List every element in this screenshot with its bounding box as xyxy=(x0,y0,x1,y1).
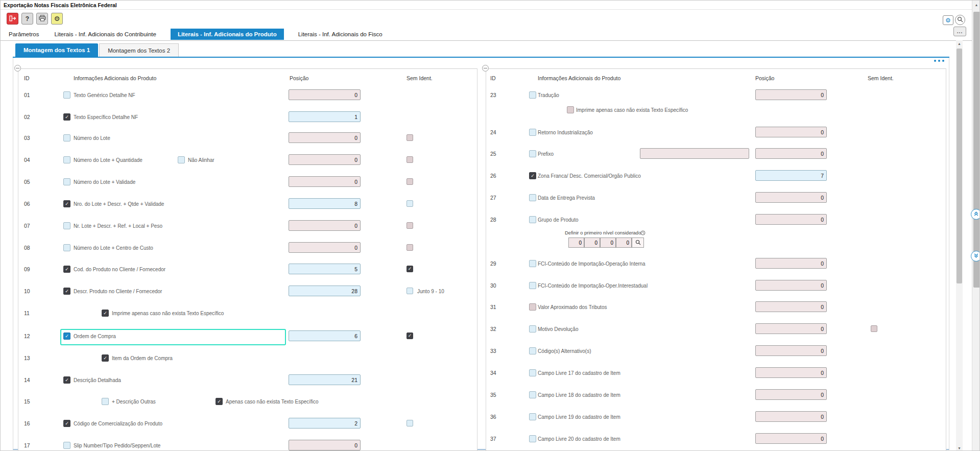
column-header-info: Informações Adicionais do Produto xyxy=(74,75,156,81)
inner-scrollbar[interactable]: ▲ ▼ xyxy=(956,40,963,451)
row-id: 14 xyxy=(24,377,30,383)
scroll-up-arrow[interactable]: ▲ xyxy=(972,3,980,7)
panel-drag-dots[interactable] xyxy=(934,60,944,62)
row-checkbox[interactable]: ✓ xyxy=(529,172,536,179)
subtab-montagem-textos-2[interactable]: Montagem dos Textos 2 xyxy=(99,43,179,57)
position-input[interactable] xyxy=(289,418,361,429)
row-checkbox[interactable] xyxy=(529,435,536,442)
row-checkbox[interactable] xyxy=(529,91,536,99)
row-label: Prefixo xyxy=(538,151,554,157)
scroll-to-bottom-button[interactable] xyxy=(971,251,980,262)
position-input xyxy=(755,192,827,203)
sem-ident-checkbox[interactable] xyxy=(407,420,413,426)
row-checkbox[interactable] xyxy=(529,325,536,333)
double-chevron-up-icon xyxy=(973,210,979,219)
position-input[interactable] xyxy=(289,111,361,122)
row-checkbox[interactable]: ✓ xyxy=(63,376,70,384)
row-checkbox[interactable] xyxy=(529,413,536,420)
inner-scrollbar-thumb[interactable] xyxy=(957,49,962,283)
exit-button[interactable] xyxy=(7,13,18,25)
position-input[interactable] xyxy=(289,264,361,274)
row-checkbox[interactable]: ✓ xyxy=(63,420,70,427)
definir-level-input-4[interactable] xyxy=(616,238,632,248)
row-id: 11 xyxy=(24,310,30,316)
sem-ident-label: Junto 9 - 10 xyxy=(417,288,444,295)
position-input xyxy=(755,345,827,356)
row-checkbox[interactable]: ✓ xyxy=(63,266,70,273)
help-button[interactable]: ? xyxy=(21,13,33,25)
row-checkbox[interactable] xyxy=(529,282,536,289)
row-checkbox[interactable]: ✓ xyxy=(63,113,70,121)
row-checkbox[interactable] xyxy=(63,244,70,251)
row-checkbox[interactable] xyxy=(529,150,536,157)
row-checkbox[interactable] xyxy=(63,178,70,185)
row-checkbox[interactable] xyxy=(63,134,70,141)
position-input[interactable] xyxy=(289,286,361,296)
position-input[interactable] xyxy=(289,374,361,385)
row-checkbox[interactable] xyxy=(529,391,536,398)
row-checkbox[interactable] xyxy=(63,222,70,229)
scroll-down-arrow[interactable]: ▼ xyxy=(956,446,963,450)
sem-ident-checkbox xyxy=(407,222,413,229)
row-checkbox[interactable] xyxy=(529,369,536,376)
definir-search-button[interactable] xyxy=(632,238,644,248)
position-input xyxy=(755,127,827,137)
row-checkbox[interactable] xyxy=(102,398,109,405)
sem-ident-checkbox[interactable]: ✓ xyxy=(407,333,413,339)
window-title: Exportação Notas Fiscais Eletrônica Fede… xyxy=(4,2,117,8)
position-input xyxy=(289,220,361,231)
row-checkbox[interactable]: ✓ xyxy=(63,200,70,207)
definir-level-input-2[interactable] xyxy=(584,238,600,248)
column-header-position: Posição xyxy=(755,75,774,81)
tab-literais-contribuinte[interactable]: Literais - Inf. Adicionais do Contribuin… xyxy=(53,29,157,40)
row-checkbox[interactable] xyxy=(529,347,536,354)
sem-ident-checkbox[interactable] xyxy=(407,200,413,207)
row-checkbox[interactable] xyxy=(529,194,536,201)
scroll-up-arrow[interactable]: ▲ xyxy=(956,42,963,45)
row-label: Campo Livre 17 do cadastro de Item xyxy=(538,370,620,376)
left-fieldset-collapse-toggle[interactable] xyxy=(14,65,21,72)
right-fieldset-collapse-toggle[interactable] xyxy=(482,65,489,72)
row-checkbox[interactable] xyxy=(529,216,536,223)
subtab-montagem-textos-1[interactable]: Montagem dos Textos 1 xyxy=(15,43,98,57)
row-checkbox[interactable] xyxy=(63,442,70,449)
row-checkbox[interactable] xyxy=(529,260,536,267)
row-extra-checkbox[interactable]: ✓ xyxy=(216,398,223,405)
position-input[interactable] xyxy=(289,198,361,209)
scroll-to-top-button[interactable] xyxy=(971,209,980,220)
search-button[interactable] xyxy=(955,15,965,25)
outer-scrollbar-thumb[interactable] xyxy=(973,12,980,288)
tab-literais-fisco[interactable]: Literais - Inf. Adicionais do Fisco xyxy=(297,29,384,40)
row-checkbox[interactable]: ✓ xyxy=(102,354,109,362)
row-checkbox[interactable]: ✓ xyxy=(102,310,109,317)
definir-nivel-label: Definir o primeiro nível considerado xyxy=(565,230,641,235)
row-checkbox[interactable] xyxy=(63,91,70,99)
exit-icon xyxy=(9,14,16,23)
settings-button[interactable]: ⚙ xyxy=(51,13,63,25)
row-checkbox[interactable] xyxy=(529,129,536,136)
definir-level-input-1[interactable] xyxy=(568,238,584,248)
row-checkbox[interactable]: ✓ xyxy=(63,333,70,340)
search-icon xyxy=(635,238,641,247)
left-fieldset: ID Informações Adicionais do Produto Pos… xyxy=(18,68,477,450)
row-label: Número do Lote xyxy=(74,135,110,141)
position-input[interactable] xyxy=(755,170,827,181)
definir-level-input-3[interactable] xyxy=(600,238,616,248)
row-id: 24 xyxy=(490,129,496,135)
more-options-button[interactable]: ... xyxy=(953,27,966,36)
view-settings-button[interactable]: ⚙ xyxy=(943,15,953,25)
sem-ident-checkbox[interactable] xyxy=(407,288,413,294)
position-input[interactable] xyxy=(289,330,361,341)
row-label: Texto Genérico Detalhe NF xyxy=(74,92,135,99)
tab-literais-produto[interactable]: Literais - Inf. Adicionais do Produto xyxy=(171,29,284,40)
tab-parametros[interactable]: Parâmetros xyxy=(8,29,40,40)
row-checkbox[interactable] xyxy=(63,156,70,163)
print-button[interactable] xyxy=(36,13,48,25)
row-checkbox[interactable]: ✓ xyxy=(63,288,70,295)
row-extra-checkbox[interactable] xyxy=(178,156,185,163)
position-input xyxy=(289,176,361,187)
double-chevron-down-icon xyxy=(973,252,979,261)
sem-ident-checkbox[interactable]: ✓ xyxy=(407,266,413,272)
column-header-id: ID xyxy=(24,75,30,81)
outer-scrollbar[interactable]: ▲ xyxy=(972,1,980,451)
